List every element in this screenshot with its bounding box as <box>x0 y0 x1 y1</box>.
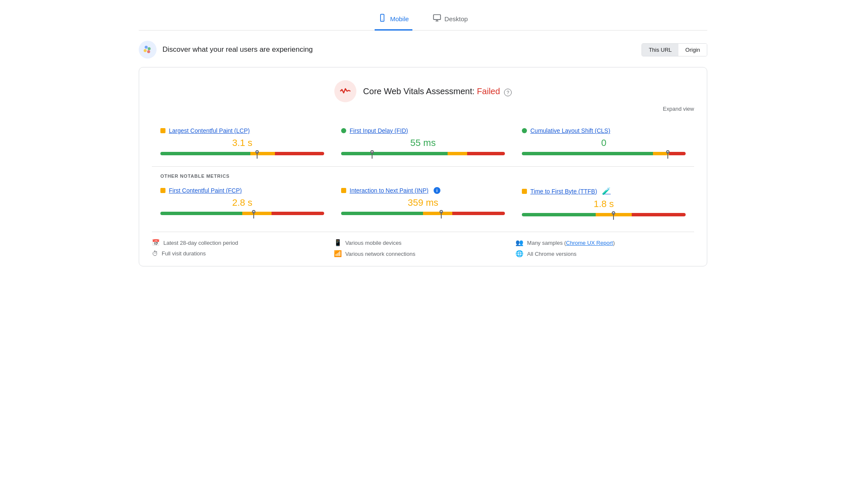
tab-desktop[interactable]: Desktop <box>429 8 471 31</box>
url-toggle: This URL Origin <box>642 43 707 56</box>
timer-icon: ⏱ <box>152 250 158 257</box>
inp-marker <box>440 210 443 218</box>
svg-rect-0 <box>381 14 384 22</box>
cls-bar-green <box>522 152 653 155</box>
metric-fid-label[interactable]: First Input Delay (FID) <box>341 127 505 134</box>
lcp-indicator <box>160 128 165 133</box>
assessment-icon <box>334 80 356 102</box>
svg-point-6 <box>148 47 151 50</box>
svg-point-5 <box>145 46 148 49</box>
metric-inp: Interaction to Next Paint (INP) i 359 ms <box>333 180 513 223</box>
tab-mobile[interactable]: Mobile <box>375 8 412 31</box>
fcp-bar <box>160 212 324 215</box>
header-left: Discover what your real users are experi… <box>139 41 313 59</box>
footer-network: 📶 Various network connections <box>334 250 513 258</box>
fid-bar <box>341 152 505 155</box>
metric-ttfb-value: 1.8 s <box>522 199 686 210</box>
notable-metrics-grid: First Contentful Paint (FCP) 2.8 s <box>152 180 694 223</box>
lcp-bar-orange <box>250 152 275 155</box>
page-wrapper: Mobile Desktop Di <box>126 0 720 275</box>
fid-marker <box>370 150 374 159</box>
metric-lcp-label[interactable]: Largest Contentful Paint (LCP) <box>160 127 324 134</box>
metric-lcp-value: 3.1 s <box>160 137 324 148</box>
inp-indicator <box>341 188 346 193</box>
core-vitals-grid: Largest Contentful Paint (LCP) 3.1 s <box>152 120 694 162</box>
metric-cls-value: 0 <box>522 137 686 148</box>
ttfb-bar-green <box>522 213 596 216</box>
footer-samples-text: Many samples (Chrome UX Report) <box>527 240 615 246</box>
avatar <box>139 41 157 59</box>
footer-grid: 📅 Latest 28-day collection period ⏱ Full… <box>152 232 694 258</box>
cls-marker-pin <box>667 152 668 159</box>
svg-rect-2 <box>433 15 440 20</box>
mobile-icon <box>378 14 387 24</box>
footer-col-3: 👥 Many samples (Chrome UX Report) 🌐 All … <box>515 239 694 258</box>
section-label: OTHER NOTABLE METRICS <box>152 174 694 179</box>
assessment-header: Core Web Vitals Assessment: Failed ? <box>152 80 694 102</box>
metric-cls: Cumulative Layout Shift (CLS) 0 <box>513 120 694 162</box>
fid-bar-green <box>341 152 448 155</box>
cls-indicator <box>522 128 527 133</box>
footer-samples: 👥 Many samples (Chrome UX Report) <box>515 239 694 246</box>
lcp-bar <box>160 152 324 155</box>
tab-desktop-label: Desktop <box>445 15 468 22</box>
footer-visit-text: Full visit durations <box>162 250 206 257</box>
metric-inp-value: 359 ms <box>341 197 505 208</box>
metric-fid-value: 55 ms <box>341 137 505 148</box>
assessment-title: Core Web Vitals Assessment: Failed ? <box>363 87 512 96</box>
page-title: Discover what your real users are experi… <box>162 45 313 54</box>
fid-bar-orange <box>448 152 467 155</box>
fcp-bar-orange <box>242 212 272 215</box>
expand-view[interactable]: Expand view <box>152 106 694 112</box>
metric-cls-label[interactable]: Cumulative Layout Shift (CLS) <box>522 127 686 134</box>
network-icon: 📶 <box>334 250 342 258</box>
this-url-button[interactable]: This URL <box>642 44 678 56</box>
footer-visit-duration: ⏱ Full visit durations <box>152 250 331 257</box>
svg-point-7 <box>144 49 147 52</box>
fcp-bar-red <box>272 212 324 215</box>
metric-fcp: First Contentful Paint (FCP) 2.8 s <box>152 180 333 223</box>
footer-chrome: 🌐 All Chrome versions <box>515 250 694 258</box>
metric-ttfb: Time to First Byte (TTFB) 🧪 1.8 s <box>513 180 694 223</box>
cls-bar-red <box>669 152 686 155</box>
ttfb-bar <box>522 213 686 216</box>
ttfb-indicator <box>522 189 527 194</box>
metric-fcp-value: 2.8 s <box>160 197 324 208</box>
fid-indicator <box>341 128 346 133</box>
chrome-ux-report-link[interactable]: Chrome UX Report <box>566 240 613 246</box>
footer-col-2: 📱 Various mobile devices 📶 Various netwo… <box>334 239 513 258</box>
tabs-bar: Mobile Desktop <box>139 8 707 31</box>
origin-button[interactable]: Origin <box>678 44 707 56</box>
footer-chrome-text: All Chrome versions <box>527 251 576 257</box>
devices-icon: 📱 <box>334 239 342 246</box>
footer-collection-text: Latest 28-day collection period <box>163 240 238 246</box>
metric-ttfb-label[interactable]: Time to First Byte (TTFB) 🧪 <box>522 187 686 195</box>
metric-fcp-label[interactable]: First Contentful Paint (FCP) <box>160 187 324 194</box>
inp-bar <box>341 212 505 215</box>
fid-bar-red <box>467 152 505 155</box>
footer-col-1: 📅 Latest 28-day collection period ⏱ Full… <box>152 239 331 258</box>
cls-bar <box>522 152 686 155</box>
ttfb-marker-pin <box>613 213 614 220</box>
footer-collection-period: 📅 Latest 28-day collection period <box>152 239 331 246</box>
inp-bar-orange <box>423 212 452 215</box>
chrome-icon: 🌐 <box>515 250 524 258</box>
help-icon[interactable]: ? <box>504 89 512 96</box>
samples-icon: 👥 <box>515 239 524 246</box>
main-card: Core Web Vitals Assessment: Failed ? Exp… <box>139 67 707 266</box>
lcp-bar-green <box>160 152 250 155</box>
footer-network-text: Various network connections <box>345 251 415 257</box>
lcp-marker <box>255 150 259 159</box>
fid-marker-pin <box>372 152 373 159</box>
calendar-icon: 📅 <box>152 239 160 246</box>
metric-inp-label[interactable]: Interaction to Next Paint (INP) i <box>341 187 505 194</box>
header-row: Discover what your real users are experi… <box>139 41 707 59</box>
section-divider <box>152 166 694 167</box>
ttfb-beaker-icon: 🧪 <box>602 187 611 195</box>
footer-devices-text: Various mobile devices <box>345 240 402 246</box>
ttfb-bar-red <box>632 213 686 216</box>
fcp-marker <box>252 210 255 218</box>
inp-info-icon[interactable]: i <box>434 187 440 194</box>
svg-point-8 <box>147 50 150 53</box>
inp-bar-red <box>452 212 505 215</box>
